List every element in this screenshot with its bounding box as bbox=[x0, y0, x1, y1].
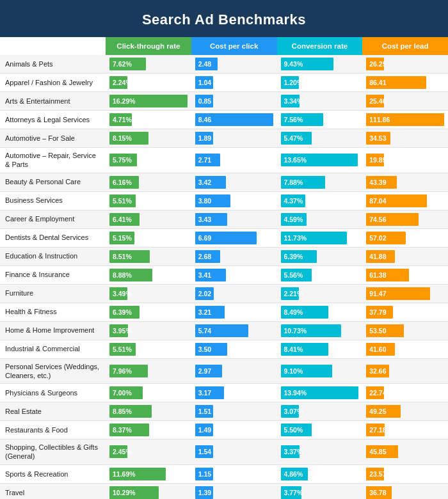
column-headers: Click-through rate Cost per click Conver… bbox=[0, 37, 448, 55]
row-label: Automotive – For Sale bbox=[0, 129, 106, 147]
col-header-cpc: Cost per click bbox=[191, 37, 277, 55]
row-label: Dentists & Dental Services bbox=[0, 229, 106, 247]
cpc-cell: 2.97 bbox=[191, 359, 277, 384]
row-label: Physicians & Surgeons bbox=[0, 384, 106, 402]
cvr-cell: 4.59% bbox=[277, 210, 363, 228]
table-row: Attorneys & Legal Services4.71%8.467.56%… bbox=[0, 111, 448, 129]
cpl-cell: 53.50 bbox=[362, 322, 448, 340]
cvr-cell: 3.07% bbox=[277, 402, 363, 420]
row-label: Personal Services (Weddings, Cleaners, e… bbox=[0, 359, 106, 384]
cpl-cell: 36.78 bbox=[362, 484, 448, 499]
cvr-cell: 13.94% bbox=[277, 384, 363, 402]
cvr-cell: 8.49% bbox=[277, 303, 363, 321]
cvr-cell: 1.20% bbox=[277, 74, 363, 91]
cpl-cell: 49.25 bbox=[362, 402, 448, 420]
cpc-cell: 3.17 bbox=[191, 384, 277, 402]
row-label: Industrial & Commercial bbox=[0, 340, 106, 358]
ctr-cell: 3.49% bbox=[106, 285, 191, 303]
cpl-cell: 87.04 bbox=[362, 192, 448, 210]
cpc-cell: 1.04 bbox=[191, 74, 277, 91]
ctr-cell: 8.85% bbox=[106, 402, 191, 420]
ctr-cell: 8.15% bbox=[106, 129, 191, 147]
table-row: Industrial & Commercial5.51%3.508.41%41.… bbox=[0, 340, 448, 359]
row-label: Restaurants & Food bbox=[0, 421, 106, 439]
cpl-cell: 32.66 bbox=[362, 359, 448, 384]
cpl-cell: 43.39 bbox=[362, 173, 448, 191]
cpl-cell: 45.85 bbox=[362, 440, 448, 464]
ctr-cell: 7.96% bbox=[106, 359, 191, 384]
table-row: Shopping, Collectibles & Gifts (General)… bbox=[0, 440, 448, 465]
row-label: Furniture bbox=[0, 285, 106, 303]
cpl-cell: 37.79 bbox=[362, 303, 448, 321]
cpc-cell: 2.48 bbox=[191, 55, 277, 73]
chart-title: Search Ad Benchmarks bbox=[0, 0, 448, 37]
ctr-cell: 5.51% bbox=[106, 192, 191, 210]
ctr-cell: 8.88% bbox=[106, 266, 191, 284]
cpl-cell: 61.38 bbox=[362, 266, 448, 284]
table-row: Home & Home Improvement3.95%5.7410.73%53… bbox=[0, 322, 448, 340]
cpl-cell: 57.02 bbox=[362, 229, 448, 247]
row-label: Automotive – Repair, Service & Parts bbox=[0, 148, 106, 173]
cpc-cell: 2.68 bbox=[191, 248, 277, 265]
cpc-cell: 3.21 bbox=[191, 303, 277, 321]
table-row: Animals & Pets7.62%2.489.43%26.25 bbox=[0, 55, 448, 74]
ctr-cell: 4.71% bbox=[106, 111, 191, 129]
ctr-cell: 2.24% bbox=[106, 74, 191, 91]
empty-header bbox=[0, 37, 106, 55]
cvr-cell: 7.88% bbox=[277, 173, 363, 191]
cpc-cell: 1.89 bbox=[191, 129, 277, 147]
cpc-cell: 3.50 bbox=[191, 340, 277, 358]
table-row: Education & Instruction8.51%2.686.39%41.… bbox=[0, 248, 448, 266]
row-label: Sports & Recreation bbox=[0, 465, 106, 483]
cpc-cell: 1.54 bbox=[191, 440, 277, 464]
row-label: Finance & Insurance bbox=[0, 266, 106, 284]
row-label: Travel bbox=[0, 484, 106, 499]
cpl-cell: 26.25 bbox=[362, 55, 448, 73]
cpc-cell: 2.71 bbox=[191, 148, 277, 173]
ctr-cell: 7.00% bbox=[106, 384, 191, 402]
table-row: Physicians & Surgeons7.00%3.1713.94%22.7… bbox=[0, 384, 448, 402]
cpl-cell: 86.41 bbox=[362, 74, 448, 91]
cvr-cell: 7.56% bbox=[277, 111, 363, 129]
ctr-cell: 6.16% bbox=[106, 173, 191, 191]
cvr-cell: 9.10% bbox=[277, 359, 363, 384]
row-label: Apparel / Fashion & Jewelry bbox=[0, 74, 106, 91]
ctr-cell: 5.51% bbox=[106, 340, 191, 358]
cpc-cell: 8.46 bbox=[191, 111, 277, 129]
cpc-cell: 1.39 bbox=[191, 484, 277, 499]
cpl-cell: 41.60 bbox=[362, 340, 448, 358]
cpl-cell: 41.88 bbox=[362, 248, 448, 265]
cpl-cell: 74.56 bbox=[362, 210, 448, 228]
cpl-cell: 25.46 bbox=[362, 92, 448, 110]
ctr-cell: 7.62% bbox=[106, 55, 191, 73]
table-row: Sports & Recreation11.69%1.154.86%23.57 bbox=[0, 465, 448, 484]
cvr-cell: 4.86% bbox=[277, 465, 363, 483]
table-row: Real Estate8.85%1.513.07%49.25 bbox=[0, 402, 448, 421]
table-row: Finance & Insurance8.88%3.415.56%61.38 bbox=[0, 266, 448, 285]
col-header-ctr: Click-through rate bbox=[106, 37, 191, 55]
table-row: Business Services5.51%3.804.37%87.04 bbox=[0, 192, 448, 210]
row-label: Arts & Entertainment bbox=[0, 92, 106, 110]
table-row: Arts & Entertainment16.29%0.853.34%25.46 bbox=[0, 92, 448, 111]
cpc-cell: 3.42 bbox=[191, 173, 277, 191]
cpc-cell: 5.74 bbox=[191, 322, 277, 340]
cpl-cell: 91.47 bbox=[362, 285, 448, 303]
cpc-cell: 6.69 bbox=[191, 229, 277, 247]
cpc-cell: 3.43 bbox=[191, 210, 277, 228]
cvr-cell: 5.50% bbox=[277, 421, 363, 439]
table-row: Personal Services (Weddings, Cleaners, e… bbox=[0, 359, 448, 384]
cvr-cell: 3.77% bbox=[277, 484, 363, 499]
cpc-cell: 2.02 bbox=[191, 285, 277, 303]
ctr-cell: 5.75% bbox=[106, 148, 191, 173]
row-label: Real Estate bbox=[0, 402, 106, 420]
table-row: Health & Fitness6.39%3.218.49%37.79 bbox=[0, 303, 448, 322]
chart-container: Search Ad Benchmarks Click-through rate … bbox=[0, 0, 448, 499]
table-row: Automotive – For Sale8.15%1.895.47%34.53 bbox=[0, 129, 448, 148]
cvr-cell: 2.21% bbox=[277, 285, 363, 303]
cpl-cell: 22.74 bbox=[362, 384, 448, 402]
table-row: Furniture3.49%2.022.21%91.47 bbox=[0, 285, 448, 303]
table-row: Restaurants & Food8.37%1.495.50%27.18 bbox=[0, 421, 448, 440]
ctr-cell: 16.29% bbox=[106, 92, 191, 110]
cpc-cell: 1.15 bbox=[191, 465, 277, 483]
cvr-cell: 10.73% bbox=[277, 322, 363, 340]
